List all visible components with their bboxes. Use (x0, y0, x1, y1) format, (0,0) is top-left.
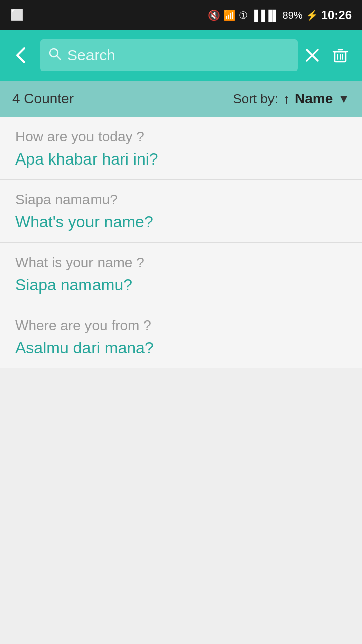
item-primary-text: What is your name ? (15, 254, 347, 272)
counter-label: 4 Counter (12, 91, 74, 107)
sort-field-name: Name (295, 91, 333, 107)
battery-text: 89% (283, 10, 303, 21)
delete-button[interactable] (327, 42, 354, 69)
list-item[interactable]: How are you today ?Apa khabar hari ini? (0, 117, 362, 180)
list-item[interactable]: What is your name ?Siapa namamu? (0, 243, 362, 305)
list-item[interactable]: Siapa namamu?What's your name? (0, 180, 362, 243)
trash-icon (331, 46, 350, 65)
item-secondary-text: Apa khabar hari ini? (15, 149, 347, 170)
status-left: ⬜ (10, 9, 24, 22)
sort-dropdown-icon[interactable]: ▼ (338, 92, 350, 106)
sort-by-label: Sort by: (233, 91, 278, 107)
clear-button[interactable] (304, 47, 321, 64)
search-input[interactable] (67, 47, 290, 64)
item-secondary-text: Asalmu dari mana? (15, 338, 347, 359)
item-secondary-text: What's your name? (15, 212, 347, 233)
item-primary-text: Siapa namamu? (15, 191, 347, 209)
header (0, 30, 362, 80)
screen-icon: ⬜ (10, 9, 24, 22)
signal-icon: ▐▐▐▌ (251, 10, 280, 21)
back-arrow-icon (12, 46, 30, 64)
svg-line-1 (57, 56, 60, 59)
sort-controls[interactable]: Sort by: ↑ Name ▼ (233, 91, 350, 107)
search-bar (40, 39, 298, 71)
item-primary-text: Where are you from ? (15, 316, 347, 335)
battery-charge-icon: ⚡ (306, 9, 318, 21)
status-bar: ⬜ 🔇 📶 ① ▐▐▐▌ 89% ⚡ 10:26 (0, 0, 362, 30)
back-button[interactable] (8, 42, 34, 68)
sim-icon: ① (239, 9, 248, 21)
time-display: 10:26 (321, 8, 352, 22)
sort-direction-icon: ↑ (283, 91, 290, 107)
wifi-icon: 📶 (223, 9, 236, 21)
sort-bar: 4 Counter Sort by: ↑ Name ▼ (0, 80, 362, 117)
silent-icon: 🔇 (208, 9, 220, 21)
item-secondary-text: Siapa namamu? (15, 275, 347, 296)
list-item[interactable]: Where are you from ?Asalmu dari mana? (0, 305, 362, 368)
close-icon (304, 47, 321, 64)
status-right: 🔇 📶 ① ▐▐▐▌ 89% ⚡ 10:26 (208, 8, 352, 22)
phrase-list: How are you today ?Apa khabar hari ini?S… (0, 117, 362, 368)
item-primary-text: How are you today ? (15, 128, 347, 146)
search-icon (48, 47, 61, 64)
